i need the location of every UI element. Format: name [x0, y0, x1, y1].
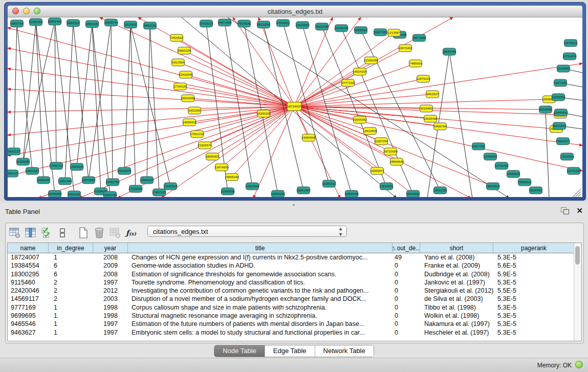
table-row[interactable]: 1830029562008Estimation of significance …	[8, 270, 574, 278]
citation-edge-red[interactable]	[294, 106, 493, 186]
table-scrollbar[interactable]	[574, 243, 581, 341]
zoom-window-button[interactable]	[34, 8, 40, 14]
network-node[interactable]: 16782759	[105, 179, 120, 186]
table-row[interactable]: 1456911722003Disruption of a novel membe…	[8, 295, 574, 303]
citation-network-graph[interactable]: 9055724112833092069140698629131055328718…	[8, 17, 582, 197]
network-node[interactable]: 9302281	[188, 107, 201, 114]
citation-edge-black[interactable]	[111, 23, 113, 182]
network-node[interactable]: 10553287	[85, 20, 99, 28]
network-node[interactable]: 18669648	[389, 158, 404, 165]
citation-edge-red[interactable]	[294, 17, 333, 106]
network-node[interactable]: 13505115	[70, 163, 84, 170]
network-node[interactable]: 1527602	[124, 21, 137, 28]
network-node[interactable]: 17016504	[560, 153, 574, 160]
network-node[interactable]: 12610605	[363, 127, 377, 135]
network-node[interactable]: 10958107	[140, 177, 154, 184]
close-window-button[interactable]	[12, 8, 19, 14]
network-node[interactable]: 11283309	[29, 18, 43, 26]
resize-grip[interactable]	[573, 189, 581, 197]
network-node[interactable]: 7485063	[409, 60, 422, 67]
window-titlebar[interactable]: citations_edges.txt	[8, 6, 582, 17]
network-node[interactable]: 10200635	[221, 188, 235, 195]
citation-edge-red[interactable]	[294, 72, 360, 106]
tab-network-table[interactable]: Network Table	[315, 345, 374, 357]
float-window-icon[interactable]	[561, 207, 570, 215]
network-node[interactable]: 1213957	[388, 29, 401, 36]
network-node[interactable]: 10973493	[398, 45, 412, 52]
network-node[interactable]: 8215955	[539, 106, 552, 113]
network-node[interactable]: 9466160	[144, 22, 157, 29]
delete-button[interactable]	[92, 226, 106, 240]
network-node[interactable]: 10590046	[344, 190, 359, 197]
tab-edge-table[interactable]: Edge Table	[265, 345, 315, 357]
column-header-short[interactable]: short	[420, 243, 493, 253]
column-header-in_degree[interactable]: in_degree	[49, 243, 93, 253]
table-row[interactable]: 977716911998Corpus callosum shape and si…	[8, 303, 574, 312]
network-node[interactable]: 12620963	[295, 21, 310, 29]
network-node[interactable]: 19384554	[301, 134, 316, 141]
select-rows-button[interactable]	[39, 226, 54, 240]
network-node[interactable]: 9129966	[557, 65, 570, 72]
network-node[interactable]: 10975887	[81, 177, 96, 184]
citation-edge-black[interactable]	[449, 52, 472, 197]
network-canvas[interactable]: 9055724112833092069140698629131055328718…	[8, 17, 582, 197]
network-node[interactable]: 15751074	[562, 53, 577, 60]
network-node[interactable]: 8813054	[257, 21, 270, 28]
network-node[interactable]: 12754702	[494, 162, 509, 169]
citation-edge-red[interactable]	[178, 62, 294, 106]
network-node[interactable]: 15932971	[556, 138, 570, 145]
network-node[interactable]: 18056907	[205, 153, 220, 160]
citation-edge-red[interactable]	[253, 106, 294, 197]
network-node[interactable]: 11381110	[322, 180, 336, 187]
citation-edge-black[interactable]	[14, 24, 17, 151]
network-node[interactable]: 12160518	[163, 183, 178, 190]
citation-edge-black[interactable]	[124, 25, 130, 171]
network-node[interactable]: 9777169	[342, 79, 355, 86]
network-node[interactable]: 17359924	[128, 185, 143, 192]
network-node[interactable]: 10491603	[25, 167, 39, 174]
network-node[interactable]: 9463627	[426, 91, 439, 98]
network-node[interactable]: 16941367	[296, 187, 311, 194]
citation-edge-black[interactable]	[77, 24, 92, 167]
network-node[interactable]: 15956012	[517, 179, 532, 186]
new-table-button[interactable]	[76, 226, 91, 240]
network-node[interactable]: 14871866	[412, 34, 426, 41]
network-node[interactable]: 9495764	[434, 123, 447, 130]
citation-edge-black[interactable]	[89, 23, 111, 180]
network-node[interactable]: 12923446	[245, 183, 259, 190]
citation-edge-red[interactable]	[197, 106, 294, 134]
network-node[interactable]: 5912954	[172, 59, 185, 66]
network-node[interactable]: 9753915	[277, 19, 290, 27]
network-node[interactable]: 20691406	[48, 18, 62, 25]
close-icon[interactable]: ✕	[576, 206, 583, 215]
network-node[interactable]: 16648784	[442, 48, 456, 55]
network-node[interactable]: 2718126	[174, 83, 187, 90]
network-node[interactable]: 14998925	[506, 170, 520, 178]
tab-node-table[interactable]: Node Table	[214, 345, 265, 357]
network-node[interactable]: 21053346	[271, 190, 285, 197]
network-node[interactable]: 10382597	[483, 153, 497, 160]
column-header-title[interactable]: title	[128, 243, 393, 253]
citation-edge-red[interactable]	[294, 63, 582, 106]
network-node[interactable]: 9622138	[316, 23, 329, 30]
citation-edge-black[interactable]	[546, 110, 549, 197]
network-node[interactable]: 11451944	[58, 178, 72, 185]
network-node[interactable]: 9890305	[68, 191, 81, 197]
column-header-pagerank[interactable]: pagerank	[493, 243, 574, 253]
table-row[interactable]: 969969511998Structural magnetic resonanc…	[8, 312, 574, 320]
memory-ok-indicator[interactable]	[575, 361, 583, 368]
network-node[interactable]: 20056805	[48, 190, 62, 197]
network-node[interactable]: 10025488	[423, 115, 438, 122]
network-node[interactable]: 16710050	[383, 148, 398, 155]
network-node[interactable]: 22544363	[353, 116, 367, 123]
network-node[interactable]: 16671355	[217, 19, 232, 26]
table-row[interactable]: 2242004622012Investigating the contribut…	[8, 287, 574, 295]
function-builder-button[interactable]: ƒ(x)	[124, 226, 138, 240]
network-node[interactable]: 9115460	[420, 105, 433, 112]
column-header-name[interactable]: name	[8, 243, 49, 253]
network-node[interactable]: 12093582	[551, 94, 565, 101]
network-node[interactable]: 20206576	[117, 167, 132, 174]
network-node[interactable]: 14699419	[182, 119, 197, 126]
citation-edge-black[interactable]	[23, 22, 36, 162]
column-header-out_de[interactable]: △out_de...	[393, 243, 420, 253]
